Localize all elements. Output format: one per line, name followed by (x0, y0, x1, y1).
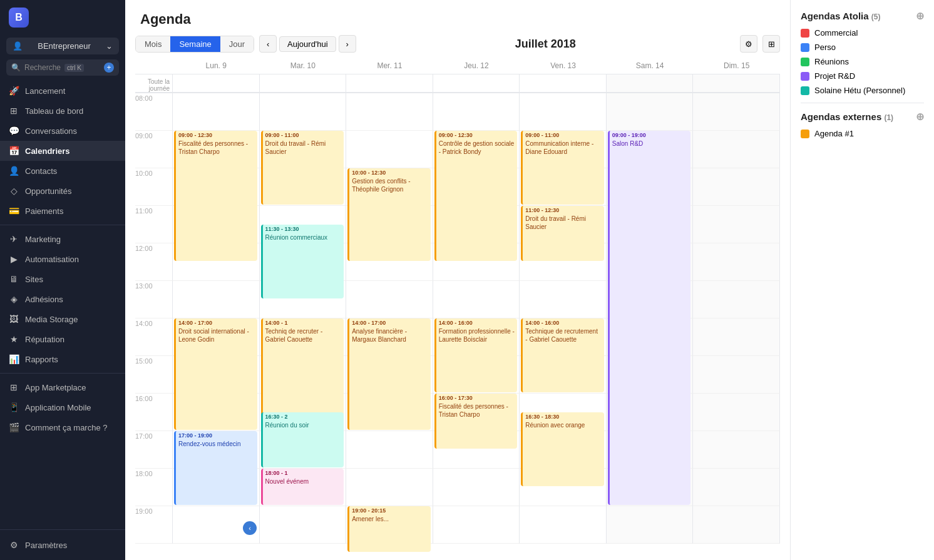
grid-cell-6-5[interactable] (693, 281, 780, 318)
paiements-icon: 💳 (9, 206, 19, 216)
sidebar-item-calendriers[interactable]: 📅 Calendriers (0, 141, 125, 161)
external-title: Agendas externes (1) (801, 111, 893, 122)
calendar-event[interactable]: 10:00 - 12:30Gestion des conflits - Théo… (347, 168, 431, 261)
checkbox-projet-rd[interactable] (801, 72, 809, 81)
sidebar-item-contacts[interactable]: 👤 Contacts (0, 161, 125, 181)
grid-cell-3-11[interactable] (433, 506, 520, 544)
sidebar-item-marketing[interactable]: ✈ Marketing (0, 229, 125, 249)
grid-cell-0-5[interactable] (173, 281, 260, 318)
settings-btn[interactable]: ⚙ (740, 35, 757, 53)
sidebar-item-comment-ca-marche[interactable]: 🎬 Comment ça marche ? (0, 417, 125, 437)
grid-cell-5-0[interactable] (607, 93, 694, 131)
grid-cell-5-11[interactable] (607, 506, 694, 544)
tableau-icon: ⊞ (9, 106, 19, 116)
sidebar-item-app-marketplace[interactable]: ⊞ App Marketplace (0, 377, 125, 397)
checkbox-reunions[interactable] (801, 58, 809, 66)
sidebar-item-lancement[interactable]: 🚀 Lancement (0, 81, 125, 101)
org-switcher[interactable]: 👤 BEntrepreneur ⌄ (6, 38, 119, 54)
next-btn[interactable]: › (339, 35, 356, 53)
calendriers-icon: 📅 (9, 146, 19, 156)
today-btn[interactable]: Aujourd'hui (279, 36, 336, 52)
checkbox-agenda1[interactable] (801, 130, 809, 138)
grid-cell-2-9[interactable] (346, 431, 433, 469)
grid-cell-6-3[interactable] (693, 206, 780, 243)
sidebar-item-label: Opportunités (25, 186, 71, 196)
sidebar-item-reputation[interactable]: ★ Réputation (0, 329, 125, 349)
sidebar-item-rapports[interactable]: 📊 Rapports (0, 349, 125, 369)
sidebar-item-label: Adhésions (25, 295, 63, 304)
calendar-body[interactable]: 08:0009:0010:0011:0012:0013:0014:0015:00… (135, 93, 780, 560)
grid-cell-4-11[interactable] (520, 506, 607, 544)
grid-cell-2-1[interactable] (346, 131, 433, 168)
external-add-btn[interactable]: ⊕ (916, 111, 924, 123)
grid-cell-3-5[interactable] (433, 281, 520, 318)
grid-cell-1-11[interactable] (260, 506, 347, 544)
grid-cell-1-0[interactable] (260, 93, 347, 131)
calendar-event[interactable]: 11:00 - 12:30Droit du travail - Rémi Sau… (521, 206, 604, 261)
checkbox-perso[interactable] (801, 43, 809, 52)
month-title: Juillet 2018 (356, 38, 735, 51)
search-add-btn[interactable]: + (104, 63, 114, 73)
sidebar-item-media-storage[interactable]: 🖼 Media Storage (0, 309, 125, 329)
calendar-event[interactable]: 16:30 - 18:30Réunion avec orange (521, 412, 604, 486)
calendar-event[interactable]: 09:00 - 12:30Contrôle de gestion sociale… (434, 131, 518, 261)
calendar-event[interactable]: 09:00 - 11:00Droit du travail - Rémi Sau… (261, 131, 344, 205)
calendar-event[interactable]: 19:00 - 20:15Amener les... (347, 506, 431, 552)
calendar-event[interactable]: 16:30 - 2Réunion du soir (261, 412, 344, 467)
prev-btn[interactable]: ‹ (259, 35, 277, 53)
calendar-event[interactable]: 14:00 - 16:00Technique de recrutement - … (521, 318, 604, 392)
grid-cell-6-0[interactable] (693, 93, 780, 131)
grid-cell-6-1[interactable] (693, 131, 780, 168)
calendar-event[interactable]: 17:00 - 19:00Rendez-vous médecin (174, 431, 257, 505)
sidebar-item-conversations[interactable]: 💬 Conversations (0, 121, 125, 141)
calendar-event[interactable]: 09:00 - 19:00Salon R&D (608, 131, 691, 505)
calendar-event[interactable]: 14:00 - 17:00Analyse financière - Margau… (347, 318, 431, 430)
checkbox-commercial[interactable] (801, 29, 809, 38)
grid-cell-4-5[interactable] (520, 281, 607, 318)
grid-cell-3-0[interactable] (433, 93, 520, 131)
calendar-event[interactable]: 09:00 - 12:30Fiscalité des personnes - T… (174, 131, 257, 261)
grid-cell-2-5[interactable] (346, 281, 433, 318)
sidebar-collapse-btn[interactable]: ‹ (243, 521, 257, 535)
sidebar-item-paiements[interactable]: 💳 Paiements (0, 201, 125, 221)
sidebar-item-parametres[interactable]: ⚙ Paramètres (0, 535, 125, 555)
checkbox-solaine[interactable] (801, 86, 809, 95)
atolia-section-title: Agendas Atolia (5) ⊕ (801, 10, 924, 22)
grid-cell-6-8[interactable] (693, 394, 780, 431)
grid-cell-6-7[interactable] (693, 356, 780, 394)
sidebar-item-label: Réputation (25, 335, 64, 344)
calendar-event[interactable]: 09:00 - 11:00Communication interne - Dia… (521, 131, 604, 205)
calendar-event[interactable]: 14:00 - 16:00Formation professionnelle -… (434, 318, 518, 392)
grid-cell-0-0[interactable] (173, 93, 260, 131)
grid-cell-6-10[interactable] (693, 469, 780, 506)
tab-semaine[interactable]: Semaine (170, 36, 220, 52)
sidebar-item-adhesions[interactable]: ◈ Adhésions (0, 289, 125, 309)
grid-view-btn[interactable]: ⊞ (762, 35, 780, 53)
grid-cell-6-4[interactable] (693, 243, 780, 281)
agenda-item-commercial: Commercial (801, 28, 924, 38)
atolia-add-btn[interactable]: ⊕ (916, 10, 924, 22)
grid-cell-2-0[interactable] (346, 93, 433, 131)
sidebar-item-tableau-de-bord[interactable]: ⊞ Tableau de bord (0, 101, 125, 121)
grid-cell-6-11[interactable] (693, 506, 780, 544)
day-header-sam14: Sam. 14 (607, 58, 694, 74)
day-header-ven13: Ven. 13 (520, 58, 607, 74)
allday-mer11 (346, 74, 433, 92)
grid-cell-4-0[interactable] (520, 93, 607, 131)
tab-jour[interactable]: Jour (220, 36, 254, 52)
grid-cell-6-6[interactable] (693, 318, 780, 356)
calendar-event[interactable]: 16:00 - 17:30Fiscalité des personnes - T… (434, 394, 518, 449)
grid-cell-6-2[interactable] (693, 168, 780, 206)
search-bar[interactable]: 🔍 Recherche ctrl K + (6, 59, 119, 76)
grid-cell-2-10[interactable] (346, 469, 433, 506)
calendar-event[interactable]: 14:00 - 17:00Droit social international … (174, 318, 257, 430)
tab-mois[interactable]: Mois (136, 36, 170, 52)
grid-cell-3-10[interactable] (433, 469, 520, 506)
sidebar-item-opportunites[interactable]: ◇ Opportunités (0, 181, 125, 201)
sidebar-item-application-mobile[interactable]: 📱 Application Mobile (0, 397, 125, 417)
calendar-event[interactable]: 11:30 - 13:30Réunion commerciaux (261, 225, 344, 298)
sidebar-item-sites[interactable]: 🖥 Sites (0, 269, 125, 289)
sidebar-item-automatisation[interactable]: ▶ Automatisation (0, 249, 125, 269)
grid-cell-6-9[interactable] (693, 431, 780, 469)
calendar-event[interactable]: 18:00 - 1Nouvel événem (261, 469, 344, 505)
